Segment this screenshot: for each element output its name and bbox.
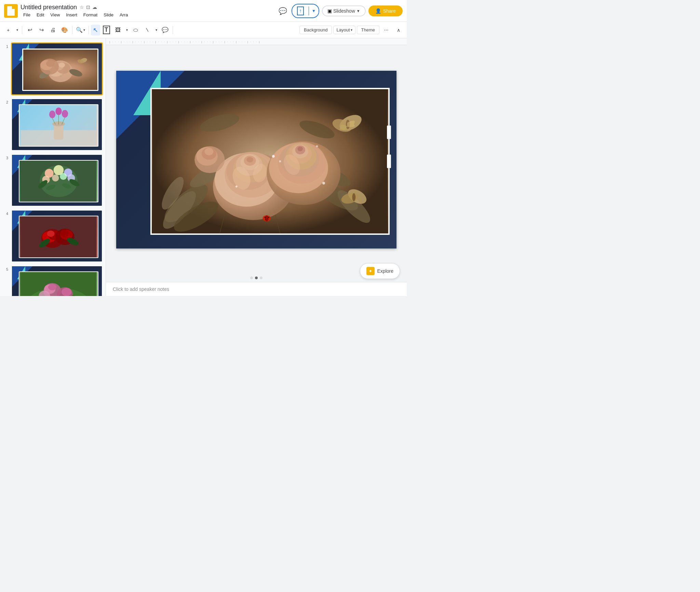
line-dropdown-button[interactable]: ▾ <box>153 25 159 36</box>
menu-slide[interactable]: Slide <box>101 12 116 18</box>
slideshow-icon: ▣ <box>327 8 332 14</box>
menu-bar: File Edit View Insert Format Slide Arra <box>21 12 274 18</box>
slide1-rose-art <box>23 50 97 90</box>
folder-icon[interactable]: ⊡ <box>86 4 90 10</box>
app-logo <box>4 4 18 18</box>
select-tool-button[interactable]: ↖ <box>91 25 100 36</box>
slide-thumb-inner-4 <box>12 211 102 261</box>
svg-point-51 <box>62 288 72 296</box>
line-icon: / <box>145 27 150 33</box>
slide-item-2[interactable]: 2 <box>0 97 106 152</box>
image-tool-button[interactable]: 🖼 <box>112 25 123 36</box>
comment-button[interactable]: 💬 <box>277 5 289 17</box>
pagination-dot-1[interactable] <box>250 277 253 279</box>
canvas-scroll <box>106 45 407 274</box>
add-button[interactable]: + <box>3 25 14 36</box>
slide3-background <box>12 155 102 206</box>
zoom-control[interactable]: 🔍 ▾ <box>75 25 86 36</box>
text-tool-button[interactable]: T <box>101 25 112 36</box>
resize-handle-middle[interactable] <box>387 125 391 139</box>
share-button[interactable]: 👤 Share <box>368 5 403 16</box>
star-icon[interactable]: ☆ <box>80 4 84 10</box>
background-button[interactable]: Background <box>299 26 332 34</box>
main-content: 1 <box>0 38 407 296</box>
slideshow-button[interactable]: ▣ Slideshow ▼ <box>322 5 366 16</box>
title-section: Untitled presentation ☆ ⊡ ☁ File Edit Vi… <box>21 4 274 18</box>
svg-point-99 <box>268 216 269 218</box>
present-button[interactable]: ↑ <box>292 4 309 17</box>
redo-icon: ↪ <box>39 27 44 33</box>
menu-arrange[interactable]: Arra <box>117 12 131 18</box>
undo-icon: ↩ <box>28 27 32 33</box>
menu-edit[interactable]: Edit <box>34 12 47 18</box>
slide-item-3[interactable]: 3 <box>0 152 106 208</box>
svg-point-17 <box>55 107 62 115</box>
slide5-image <box>19 271 98 296</box>
svg-point-16 <box>49 111 55 118</box>
svg-point-100 <box>265 219 266 220</box>
slide-thumb-2[interactable] <box>11 98 103 151</box>
shape-tool-button[interactable]: ⬭ <box>130 25 141 36</box>
svg-point-29 <box>52 175 59 181</box>
redo-button[interactable]: ↪ <box>36 25 47 36</box>
print-button[interactable]: 🖨 <box>48 25 58 36</box>
cloud-icon[interactable]: ☁ <box>92 4 97 10</box>
menu-format[interactable]: Format <box>81 12 100 18</box>
add-comment-icon: 💬 <box>162 27 169 33</box>
present-dropdown-button[interactable]: ▼ <box>309 6 319 15</box>
more-options-button[interactable]: ··· <box>381 25 392 36</box>
slide-item-5[interactable]: 5 <box>0 264 106 296</box>
theme-button[interactable]: Theme <box>357 26 379 34</box>
pagination-dot-2[interactable] <box>255 277 258 279</box>
zoom-dropdown-icon: ▾ <box>83 28 85 32</box>
svg-point-89 <box>205 148 214 155</box>
slide-thumb-3[interactable] <box>11 154 103 207</box>
pagination-dot-3[interactable] <box>260 277 262 279</box>
background-label: Background <box>304 27 327 32</box>
slide-item-4[interactable]: 4 <box>0 208 106 264</box>
slide-panel: 1 <box>0 38 106 296</box>
shape-icon: ⬭ <box>133 27 138 33</box>
svg-point-95 <box>352 193 355 201</box>
slide2-background <box>12 99 102 150</box>
file-title-row: Untitled presentation ☆ ⊡ ☁ <box>21 4 274 11</box>
svg-point-18 <box>62 110 68 118</box>
paint-format-icon: 🎨 <box>61 27 68 33</box>
add-dropdown-button[interactable]: ▾ <box>14 25 20 36</box>
collapse-icon: ∧ <box>397 27 400 33</box>
slide1-background <box>12 43 102 94</box>
paint-format-button[interactable]: 🎨 <box>59 25 70 36</box>
svg-point-102 <box>272 155 275 158</box>
explore-button[interactable]: ✦ Explore <box>360 263 400 279</box>
layout-button[interactable]: Layout ▾ <box>333 26 355 34</box>
text-icon: T <box>103 26 110 34</box>
layout-dropdown-icon: ▾ <box>351 28 352 32</box>
undo-button[interactable]: ↩ <box>24 25 35 36</box>
add-icon: + <box>7 27 10 33</box>
horizontal-ruler <box>106 38 407 45</box>
add-comment-button[interactable]: 💬 <box>160 25 171 36</box>
svg-point-39 <box>47 231 54 237</box>
slide-item-1[interactable]: 1 <box>0 41 106 97</box>
main-slide-image[interactable] <box>150 88 390 235</box>
comment-icon: 💬 <box>279 7 287 15</box>
menu-view[interactable]: View <box>48 12 63 18</box>
svg-point-106 <box>316 145 318 147</box>
slide-thumb-1[interactable] <box>11 42 103 95</box>
image-dropdown-button[interactable]: ▾ <box>124 25 130 36</box>
menu-file[interactable]: File <box>21 12 33 18</box>
collapse-toolbar-button[interactable]: ∧ <box>393 25 404 36</box>
slide-thumb-4[interactable] <box>11 210 103 263</box>
share-icon: 👤 <box>375 8 381 14</box>
explore-label: Explore <box>377 268 393 274</box>
speaker-notes[interactable]: Click to add speaker notes <box>106 282 407 296</box>
menu-insert[interactable]: Insert <box>63 12 80 18</box>
resize-handle-right[interactable] <box>387 154 391 168</box>
slide-number-4: 4 <box>3 212 8 216</box>
slide-thumb-5[interactable] <box>11 265 103 296</box>
slide-canvas[interactable] <box>116 71 396 248</box>
slide2-image <box>19 104 98 147</box>
present-btn-group: ↑ ▼ <box>292 4 319 18</box>
separator-3 <box>89 26 89 34</box>
line-tool-button[interactable]: / <box>142 25 153 36</box>
